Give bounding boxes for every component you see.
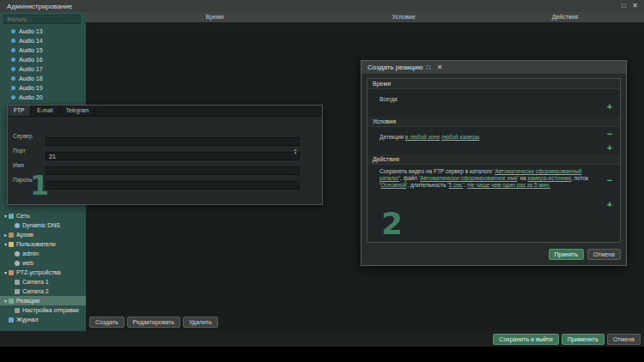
close-icon[interactable]: ✕ [434,63,446,73]
journal-icon [9,317,14,323]
condition-zone-link[interactable]: в любой зоне [405,134,440,140]
sidebar-item-audio[interactable]: Audio 18 [0,74,86,83]
titlebar: Администрирование □ ✕ [0,0,644,12]
send-settings-tabs: FTP E-mail Telegram [8,106,322,117]
camera-icon [15,289,20,294]
action-text: ', файл ' [399,175,420,181]
globe-icon [15,223,20,228]
sidebar-item-ptz-devices[interactable]: ▾PTZ-устройства [0,268,86,277]
sidebar-item-camera-1[interactable]: Camera 1 [0,277,86,287]
action-text: Сохранять видео на FTP сервер в каталоге… [380,168,495,174]
condition-section-header: Условия [368,117,620,127]
password-row: Пароль [13,175,300,184]
audio-icon [11,67,15,71]
audio-label: Audio 17 [19,66,43,72]
chevron-down-icon: ▾ [3,298,9,304]
remove-action-button[interactable]: − [605,175,615,185]
archive-icon [9,232,14,238]
audio-label: Audio 19 [19,85,43,91]
admin-window: Администрирование □ ✕ Audio 13 Audio 14 … [0,0,644,347]
maximize-icon[interactable]: □ [423,63,434,73]
sidebar-item-dynamic-dns[interactable]: Dynamic DNS [0,220,86,230]
apply-button[interactable]: Применить [562,334,605,345]
action-duration-link[interactable]: 5 сек. [448,182,463,188]
tree-item-label: Настройка отправки [22,307,79,313]
audio-icon [11,48,15,52]
port-spinner[interactable]: ▴ ▾ [292,148,299,154]
tree-item-label: Архив [16,232,33,238]
audio-label: Audio 15 [19,47,43,53]
tree-item-label: admin [22,250,39,256]
save-and-exit-button[interactable]: Сохранить и выйти [493,334,558,345]
sidebar-item-camera-2[interactable]: Camera 2 [0,287,86,296]
tree-item-label: Сеть [16,213,30,219]
audio-label: Audio 16 [19,57,43,63]
spinner-down-icon[interactable]: ▾ [295,151,297,154]
server-label: Сервер [13,133,46,139]
tab-telegram[interactable]: Telegram [60,106,96,116]
settings-tree: ▾Сеть Dynamic DNS ▸Архив ▾Пользователи a… [0,211,86,324]
action-frequency-link[interactable]: Не чаще чем один раз за 5 мин. [467,182,550,188]
sidebar-item-audio[interactable]: Audio 19 [0,83,86,93]
ptz-icon [9,270,14,275]
time-value[interactable]: Всегда [380,96,398,102]
user-icon [15,251,20,256]
action-value: Сохранять видео на FTP сервер в каталоге… [380,168,591,189]
edit-button[interactable]: Редактировать [127,317,180,328]
port-stepper[interactable] [46,152,300,160]
tree-item-label: Dynamic DNS [22,222,60,228]
audio-label: Audio 18 [19,75,43,81]
sidebar-item-users[interactable]: ▾Пользователи [0,239,86,249]
sidebar-item-audio[interactable]: Audio 16 [0,55,86,64]
audio-icon [11,95,15,100]
close-icon[interactable]: ✕ [629,1,641,11]
sidebar-item-admin[interactable]: admin [0,249,86,258]
add-action-button[interactable]: + [605,199,615,209]
chevron-right-icon: ▸ [3,232,9,238]
sidebar-item-audio[interactable]: Audio 20 [0,93,86,102]
filter-input[interactable] [3,15,81,24]
name-label: Имя [13,162,46,168]
sidebar-item-audio[interactable]: Audio 17 [0,64,86,74]
tree-item-label: web [22,260,33,266]
sidebar-item-audio[interactable]: Audio 15 [0,45,86,55]
password-field[interactable] [46,181,300,190]
action-stream-link[interactable]: Основной [380,182,406,188]
sidebar-item-journal[interactable]: Журнал [0,315,86,324]
tree-item-label: Camera 2 [22,288,49,294]
maximize-icon[interactable]: □ [618,1,629,11]
add-condition-button[interactable]: + [605,142,615,153]
delete-button[interactable]: Удалить [183,317,218,328]
sidebar-item-audio[interactable]: Audio 14 [0,36,86,45]
audio-icon [11,57,15,62]
column-header-actions: Действия [479,12,644,22]
dialog-cancel-button[interactable]: Отмена [587,249,621,260]
reactions-table-header: Время Условие Действия [86,12,644,22]
tree-item-label: Журнал [16,317,39,323]
name-field[interactable] [46,166,300,175]
app-root: Администрирование □ ✕ Audio 13 Audio 14 … [0,0,644,362]
reactions-toolbar: Создать Редактировать Удалить [89,317,218,328]
action-source-camera-link[interactable]: камера-источник [527,175,571,181]
action-filename-link[interactable]: Автоматически сформированное имя [420,175,517,181]
server-field[interactable] [46,137,300,146]
dialog-titlebar: Создать реакцию □ ✕ [361,61,626,74]
cancel-button[interactable]: Отмена [607,334,641,345]
condition-camera-link[interactable]: любой камеры [441,134,479,140]
tab-ftp[interactable]: FTP [8,106,31,116]
sidebar-item-send-settings[interactable]: Настройка отправки [0,305,86,315]
sidebar-item-reactions[interactable]: ▾Реакции [0,296,86,305]
sidebar-item-audio[interactable]: Audio 13 [0,27,86,36]
accept-button[interactable]: Принять [549,249,584,260]
window-footer: Сохранить и выйти Применить Отмена [0,331,644,347]
sidebar-item-archive[interactable]: ▸Архив [0,230,86,239]
user-icon [15,261,20,266]
add-time-button[interactable]: + [605,101,615,112]
condition-value: Детекция в любой зоне любой камеры [380,134,594,140]
sidebar-item-web[interactable]: web [0,258,86,268]
annotation-1: 1 [30,171,49,200]
tab-email[interactable]: E-mail [31,106,59,116]
sidebar-item-network[interactable]: ▾Сеть [0,211,86,220]
create-button[interactable]: Создать [89,317,125,328]
remove-condition-button[interactable]: − [605,129,615,139]
